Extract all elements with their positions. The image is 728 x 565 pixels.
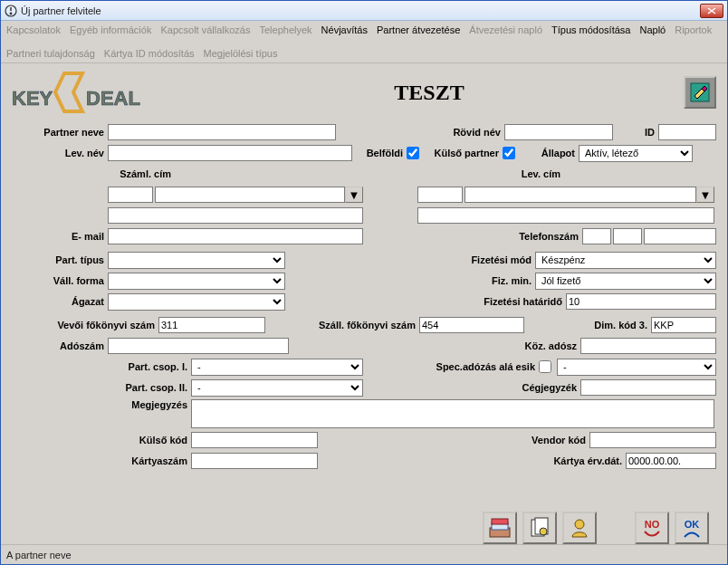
label-szall-fokonyvi: Száll. főkönyvi szám xyxy=(265,320,419,330)
label-rovid-nev: Rövid név xyxy=(432,127,504,138)
window: Új partner felvitele KapcsolatokEgyéb in… xyxy=(0,0,728,565)
menubar: KapcsolatokEgyéb információkKapcsolt vál… xyxy=(1,21,727,63)
label-lev-cim: Lev. cím xyxy=(410,168,564,179)
label-id: ID xyxy=(613,127,658,138)
logo: KEY DEAL xyxy=(12,71,175,114)
menu-item-n-vjav-t-s[interactable]: Névjavítás xyxy=(321,23,368,37)
ok-button[interactable]: OK xyxy=(675,512,709,544)
menu-item-t-pus-m-dos-t-sa[interactable]: Típus módosítása xyxy=(551,23,630,37)
rovid-nev-input[interactable] xyxy=(504,124,613,140)
label-vendor-kod: Vendor kód xyxy=(499,435,589,445)
label-email: E- mail xyxy=(12,231,108,242)
lev-cim-zip-input[interactable] xyxy=(417,187,463,203)
fizetesi-hatarido-input[interactable] xyxy=(566,293,716,310)
label-spec-adozas: Spec.adózás alá esik xyxy=(403,361,539,372)
label-fizetesi-hatarido: Fizetési határidő xyxy=(445,296,566,307)
label-lev-nev: Lev. név xyxy=(12,148,108,158)
label-vall-forma: Váll. forma xyxy=(12,275,108,286)
menu-item-napl-[interactable]: Napló xyxy=(639,23,666,37)
lev-nev-input[interactable] xyxy=(108,145,352,161)
label-adoszam: Adószám xyxy=(12,340,108,351)
szaml-cim-city-input[interactable] xyxy=(155,187,345,203)
svg-rect-7 xyxy=(492,519,508,524)
id-input[interactable] xyxy=(658,124,716,140)
cegjegyzek-input[interactable] xyxy=(580,379,716,396)
no-button[interactable]: NO xyxy=(635,512,669,544)
label-dim-kod3: Dim. kód 3. xyxy=(568,320,651,330)
menu-item-partner-tvezet-se[interactable]: Partner átvezetése xyxy=(377,23,460,37)
close-button[interactable] xyxy=(700,4,723,18)
szaml-cim-dropdown-button[interactable]: ▼ xyxy=(345,187,363,203)
vall-forma-select[interactable] xyxy=(108,273,285,290)
window-title: Új partner felvitele xyxy=(21,5,101,16)
allapot-select[interactable]: Aktív, létező xyxy=(579,145,693,162)
menu-item-riportok: Riportok xyxy=(675,23,712,37)
label-kulso-kod: Külső kód xyxy=(12,435,191,445)
tel1-input[interactable] xyxy=(582,228,611,244)
label-cegjegyzek: Cégjegyzék xyxy=(497,382,580,393)
menu-item-egy-b-inform-ci-k: Egyéb információk xyxy=(70,23,152,37)
svg-text:KEY: KEY xyxy=(12,87,53,110)
fiz-min-select[interactable]: Jól fizető xyxy=(535,273,716,290)
archive-button[interactable] xyxy=(483,512,517,544)
vevoi-fokonyvi-input[interactable] xyxy=(158,317,265,333)
belfoldi-checkbox[interactable] xyxy=(407,147,419,159)
bottom-toolbar: NO OK xyxy=(12,506,716,544)
email-input[interactable] xyxy=(108,228,363,244)
edit-record-button[interactable] xyxy=(684,76,716,109)
part-csop1-select[interactable]: - xyxy=(191,359,363,376)
spec-adozas-checkbox[interactable] xyxy=(539,360,551,373)
koz-adosz-input[interactable] xyxy=(580,338,716,354)
svg-point-11 xyxy=(575,520,584,529)
label-fizetesi-mod: Fizetési mód xyxy=(445,254,535,265)
status-text: A partner neve xyxy=(6,550,72,560)
header-row: KEY DEAL TESZT xyxy=(12,71,716,114)
lev-cim-city-input[interactable] xyxy=(465,187,696,203)
menu-item--tvezet-si-napl-: Átvezetési napló xyxy=(469,23,542,37)
svg-point-10 xyxy=(540,528,547,535)
statusbar: A partner neve xyxy=(1,544,727,564)
titlebar-left: Új partner felvitele xyxy=(5,5,101,17)
page-title: TESZT xyxy=(394,81,464,105)
vendor-kod-input[interactable] xyxy=(589,432,716,448)
szall-fokonyvi-input[interactable] xyxy=(419,317,524,333)
kulso-kod-input[interactable] xyxy=(191,432,318,448)
megjegyzes-input[interactable] xyxy=(191,399,714,428)
menu-item-partneri-tulajdons-g: Partneri tulajdonság xyxy=(6,46,95,61)
label-fiz-min: Fiz. min. xyxy=(445,275,535,286)
dim-kod3-input[interactable] xyxy=(651,317,716,333)
agazat-select[interactable] xyxy=(108,293,285,311)
tel3-input[interactable] xyxy=(644,228,716,244)
label-part-tipus: Part. típus xyxy=(12,254,108,265)
menu-item-k-rtya-id-m-dos-t-s: Kártya ID módosítás xyxy=(104,46,195,61)
kartyaszam-input[interactable] xyxy=(191,453,318,469)
label-kartyaszam: Kártyaszám xyxy=(12,455,191,466)
form: Partner neve Rövid név ID Lev. név Belfö… xyxy=(12,123,716,473)
tel2-input[interactable] xyxy=(613,228,642,244)
label-part-csop1: Part. csop. I. xyxy=(12,361,191,372)
fizetesi-mod-select[interactable]: Készpénz xyxy=(535,252,716,269)
user-button[interactable] xyxy=(562,512,597,544)
part-csop2-select[interactable]: - xyxy=(191,379,363,397)
szaml-cim-zip-input[interactable] xyxy=(108,187,153,203)
menu-item-megjel-l-si-t-pus: Megjelölési típus xyxy=(204,46,278,61)
label-belfoldi: Belföldi xyxy=(352,148,407,158)
document-button[interactable] xyxy=(522,512,557,544)
lev-cim-street-input[interactable] xyxy=(417,207,714,224)
kulso-partner-checkbox[interactable] xyxy=(503,147,515,159)
label-partner-neve: Partner neve xyxy=(12,127,108,138)
label-allapot: Állapot xyxy=(515,148,579,158)
label-szaml-cim: Száml. cím xyxy=(12,168,175,179)
menu-item-kapcsolt-v-llalkoz-s: Kapcsolt vállalkozás xyxy=(160,23,250,37)
spec-adozas-select[interactable]: - xyxy=(557,359,716,376)
label-megjegyzes: Megjegyzés xyxy=(12,399,191,410)
kartya-erv-input[interactable] xyxy=(626,453,716,469)
adoszam-input[interactable] xyxy=(108,338,289,354)
label-part-csop2: Part. csop. II. xyxy=(12,382,191,393)
szaml-cim-street-input[interactable] xyxy=(108,207,363,224)
partner-neve-input[interactable] xyxy=(108,124,336,140)
lev-cim-dropdown-button[interactable]: ▼ xyxy=(696,187,714,203)
app-icon xyxy=(5,5,17,17)
label-telefon: Telefonszám xyxy=(492,231,582,242)
part-tipus-select[interactable] xyxy=(108,252,285,269)
